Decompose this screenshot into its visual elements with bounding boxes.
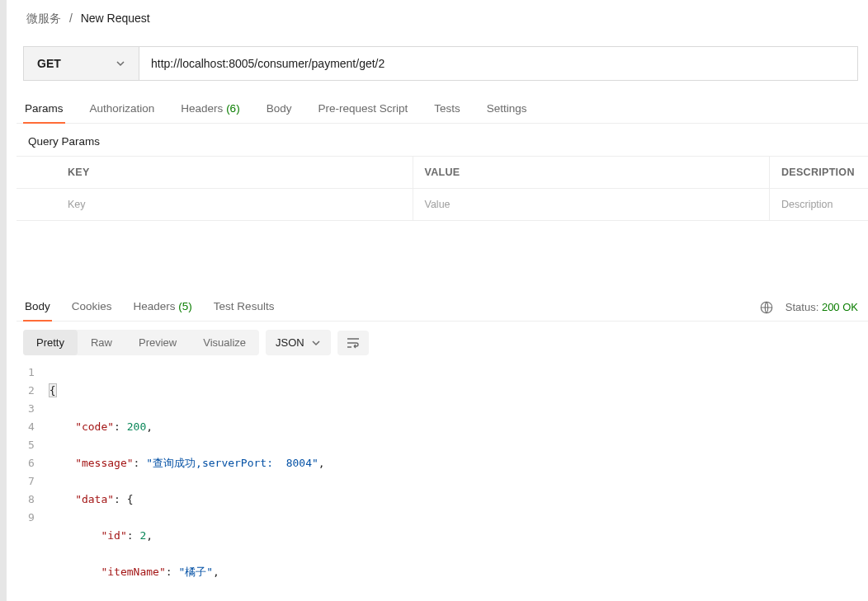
col-checkbox: [17, 157, 56, 188]
language-label: JSON: [276, 336, 304, 349]
tab-authorization[interactable]: Authorization: [88, 96, 157, 123]
tab-headers-label: Headers: [181, 102, 223, 115]
resp-headers-count: (5): [178, 300, 192, 312]
response-body-viewer[interactable]: 123456789 { "code": 200, "message": "查询成…: [17, 364, 868, 601]
view-mode-group: Pretty Raw Preview Visualize: [23, 330, 259, 355]
wrap-lines-button[interactable]: [337, 331, 369, 355]
resp-headers-label: Headers: [134, 300, 176, 312]
method-label: GET: [37, 57, 109, 70]
response-tabs-row: Body Cookies Headers (5) Test Results St…: [17, 293, 868, 322]
wrap-icon: [347, 337, 360, 349]
tab-tests[interactable]: Tests: [432, 96, 462, 123]
status-label: Status:: [785, 301, 818, 313]
col-description: DESCRIPTION: [769, 157, 868, 188]
view-raw[interactable]: Raw: [78, 330, 125, 355]
resp-tab-cookies[interactable]: Cookies: [70, 293, 114, 321]
request-tabs: Params Authorization Headers (6) Body Pr…: [17, 96, 868, 124]
tab-body[interactable]: Body: [265, 96, 294, 123]
spacer: [17, 221, 868, 293]
col-key: KEY: [56, 157, 413, 188]
tab-headers[interactable]: Headers (6): [179, 96, 241, 123]
status-value: 200 OK: [822, 301, 858, 313]
globe-icon[interactable]: [759, 300, 774, 315]
chevron-down-icon: [311, 338, 321, 348]
language-dropdown[interactable]: JSON: [266, 330, 331, 355]
breadcrumb-parent[interactable]: 微服务: [26, 12, 61, 25]
query-params-table: KEY VALUE DESCRIPTION Key Value Descript…: [17, 156, 868, 221]
description-input[interactable]: Description: [769, 189, 868, 220]
response-tabs: Body Cookies Headers (5) Test Results: [23, 293, 759, 321]
resp-tab-test-results[interactable]: Test Results: [212, 293, 276, 321]
table-header-row: KEY VALUE DESCRIPTION: [17, 156, 868, 189]
checkbox-cell[interactable]: [17, 189, 56, 220]
view-preview[interactable]: Preview: [125, 330, 190, 355]
table-row[interactable]: Key Value Description: [17, 189, 868, 221]
request-bar: GET: [23, 46, 858, 81]
query-params-title: Query Params: [17, 124, 868, 156]
key-input[interactable]: Key: [56, 189, 413, 220]
method-dropdown[interactable]: GET: [23, 46, 139, 81]
breadcrumb-current: New Request: [81, 12, 150, 25]
value-input[interactable]: Value: [413, 189, 770, 220]
chevron-down-icon: [116, 59, 125, 68]
tab-prerequest[interactable]: Pre-request Script: [316, 96, 409, 123]
view-visualize[interactable]: Visualize: [190, 330, 259, 355]
resp-tab-headers[interactable]: Headers (5): [132, 293, 194, 321]
resp-tab-body[interactable]: Body: [23, 293, 52, 321]
url-input[interactable]: [139, 46, 858, 81]
breadcrumb-sep: /: [69, 12, 73, 25]
code-source[interactable]: { "code": 200, "message": "查询成功,serverPo…: [50, 364, 868, 601]
tab-headers-count: (6): [226, 102, 240, 115]
tab-settings[interactable]: Settings: [485, 96, 529, 123]
status-area: Status: 200 OK: [759, 300, 858, 315]
format-bar: Pretty Raw Preview Visualize JSON: [17, 322, 868, 364]
tab-params[interactable]: Params: [23, 96, 65, 123]
col-value: VALUE: [413, 157, 770, 188]
view-pretty[interactable]: Pretty: [23, 330, 78, 355]
breadcrumb: 微服务 / New Request: [17, 0, 868, 35]
line-gutter: 123456789: [28, 364, 50, 601]
